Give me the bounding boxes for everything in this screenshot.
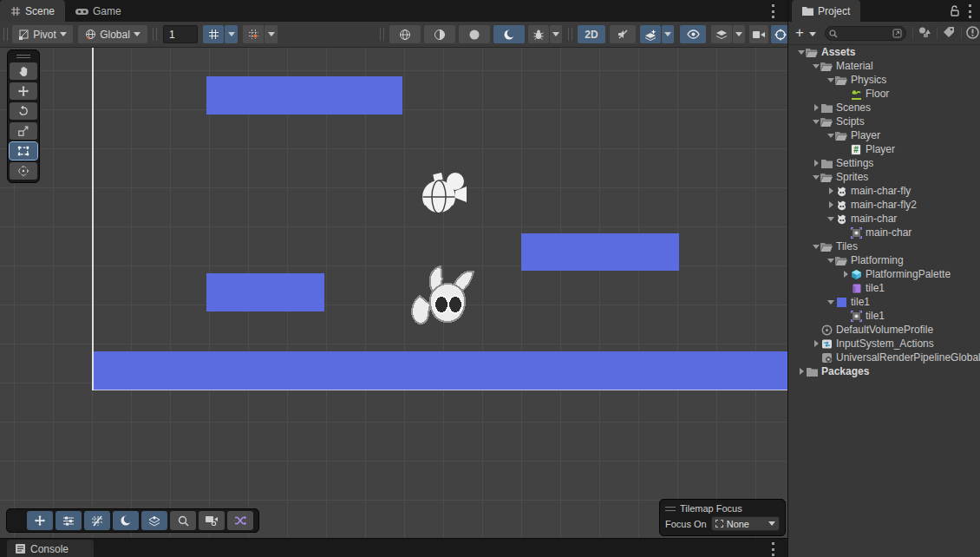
foldout-open-icon[interactable] — [826, 259, 835, 263]
tree-item-settings[interactable]: Settings — [788, 156, 980, 170]
lighting-toggle-button[interactable] — [113, 511, 139, 530]
platform-rect[interactable] — [206, 76, 402, 115]
foldout-open-icon[interactable] — [826, 78, 835, 82]
debug-effects-button[interactable] — [528, 25, 549, 43]
effects-dropdown[interactable] — [662, 25, 674, 43]
transform-tool-button[interactable] — [10, 162, 37, 180]
tree-item-scenes[interactable]: Scenes — [788, 101, 980, 115]
tree-item-tile1[interactable]: tile1 — [788, 295, 980, 309]
foldout-closed-icon[interactable] — [812, 340, 820, 347]
tile-properties-button[interactable] — [56, 511, 82, 530]
foldout-closed-icon[interactable] — [826, 201, 835, 208]
create-asset-button[interactable]: + — [795, 24, 804, 42]
platform-rect[interactable] — [206, 273, 324, 311]
grid-snap-button[interactable] — [203, 25, 224, 43]
tree-item-assets[interactable]: Assets — [788, 45, 980, 59]
tree-item-sprites[interactable]: Sprites — [788, 170, 980, 184]
tab-project[interactable]: Project — [792, 0, 860, 22]
console-kebab-menu-icon[interactable] — [772, 542, 775, 556]
foldout-closed-icon[interactable] — [812, 160, 820, 167]
scene-viewport[interactable]: Tilemap Focus Focus On None — [0, 48, 787, 538]
foldout-open-icon[interactable] — [826, 134, 835, 138]
2d-mode-button[interactable]: 2D — [578, 25, 605, 43]
tree-item-player[interactable]: #Player — [788, 142, 980, 156]
project-search-input[interactable] — [825, 26, 906, 41]
grid-snap-dropdown[interactable] — [225, 25, 238, 43]
tree-item-tiles[interactable]: Tiles — [788, 239, 980, 253]
tree-item-scipts[interactable]: Scipts — [788, 115, 980, 128]
foldout-closed-icon[interactable] — [812, 104, 820, 111]
tilemap-focus-drag-handle[interactable] — [665, 507, 676, 511]
tab-console[interactable]: Console — [7, 540, 94, 557]
tree-item-inputsystem-actions[interactable]: InputSystem_Actions — [788, 337, 980, 351]
grid-paint-button[interactable] — [84, 511, 110, 530]
grid-increment-button[interactable] — [243, 25, 264, 43]
tree-item-floor[interactable]: Floor — [788, 87, 980, 101]
toolbar-drag-handle[interactable] — [3, 28, 8, 41]
debug-effects-dropdown[interactable] — [550, 25, 562, 43]
platform-rect[interactable] — [521, 233, 679, 271]
tilemap-move-button[interactable] — [27, 511, 53, 530]
camera-preview-button[interactable] — [199, 511, 225, 530]
tree-item-main-char-fly2[interactable]: main-char-fly2 — [788, 198, 980, 212]
random-tool-button[interactable] — [227, 511, 253, 530]
tab-game[interactable]: Game — [65, 0, 132, 22]
camera-settings-button[interactable] — [749, 25, 768, 43]
tree-item-main-char[interactable]: main-char — [788, 226, 980, 239]
handle-rotation-button[interactable]: Global — [78, 25, 147, 43]
tree-item-tile1[interactable]: tile1 — [788, 281, 980, 295]
focus-on-dropdown[interactable]: None — [711, 516, 780, 531]
view-tool-button[interactable] — [10, 62, 37, 80]
tree-item-physics[interactable]: Physics — [788, 73, 980, 87]
foldout-open-icon[interactable] — [826, 217, 835, 221]
audio-mute-button[interactable] — [610, 25, 636, 43]
zoom-tool-button[interactable] — [170, 511, 196, 530]
foldout-closed-icon[interactable] — [826, 187, 835, 194]
scene-lighting-button[interactable] — [493, 25, 525, 43]
grid-size-field[interactable] — [163, 25, 198, 43]
tree-item-defaultvolumeprofile[interactable]: DefaultVolumeProfile — [788, 323, 980, 337]
main-camera-gizmo-icon[interactable] — [416, 167, 474, 220]
filter-by-type-icon[interactable] — [918, 26, 931, 38]
tree-item-tile1[interactable]: tile1 — [788, 309, 980, 323]
scene-kebab-menu-icon[interactable] — [772, 4, 775, 18]
pivot-mode-button[interactable]: Pivot — [12, 25, 73, 43]
tree-item-packages[interactable]: Packages — [788, 364, 980, 378]
layers-dropdown[interactable] — [733, 25, 745, 43]
important-icon[interactable] — [966, 26, 979, 39]
player-sprite[interactable] — [408, 261, 482, 329]
project-kebab-menu-icon[interactable] — [969, 4, 972, 18]
foldout-closed-icon[interactable] — [841, 271, 850, 278]
lock-open-icon[interactable] — [950, 5, 960, 16]
grid-increment-dropdown[interactable] — [265, 25, 278, 43]
tree-item-main-char[interactable]: main-char — [788, 212, 980, 226]
foldout-open-icon[interactable] — [826, 300, 835, 305]
foldout-open-icon[interactable] — [812, 245, 820, 249]
tree-item-platformingpalette[interactable]: PlatformingPalette — [788, 267, 980, 281]
chevron-down-icon[interactable] — [809, 32, 816, 36]
rotate-tool-button[interactable] — [10, 102, 37, 120]
open-search-window-icon[interactable] — [892, 29, 902, 38]
tree-item-main-char-fly[interactable]: main-char-fly — [788, 184, 980, 198]
scene-visibility-button[interactable] — [680, 25, 706, 43]
tab-scene[interactable]: Scene — [0, 0, 65, 22]
platform-rect[interactable] — [92, 351, 787, 390]
rect-tool-button[interactable] — [10, 142, 37, 160]
foldout-open-icon[interactable] — [812, 175, 820, 180]
shaded-wireframe-button[interactable] — [389, 25, 421, 43]
scale-tool-button[interactable] — [10, 122, 37, 140]
tree-item-material[interactable]: Material — [788, 59, 980, 73]
tools-drag-handle[interactable] — [10, 52, 37, 60]
foldout-open-icon[interactable] — [797, 50, 806, 55]
tree-item-universalrenderpipelineglobal[interactable]: UniversalRenderPipelineGlobal — [788, 351, 980, 364]
shaded-mode-button[interactable] — [424, 25, 455, 43]
tilemap-layers-button[interactable] — [141, 511, 167, 530]
foldout-open-icon[interactable] — [812, 64, 820, 69]
tree-item-player[interactable]: Player — [788, 128, 980, 142]
tree-item-platforming[interactable]: Platforming — [788, 253, 980, 267]
overlay-drag-handle[interactable] — [14, 514, 22, 528]
lighting-sphere-button[interactable] — [459, 25, 490, 43]
move-tool-button[interactable] — [10, 82, 37, 100]
filter-by-label-icon[interactable] — [943, 26, 955, 38]
layers-button[interactable] — [711, 25, 732, 43]
